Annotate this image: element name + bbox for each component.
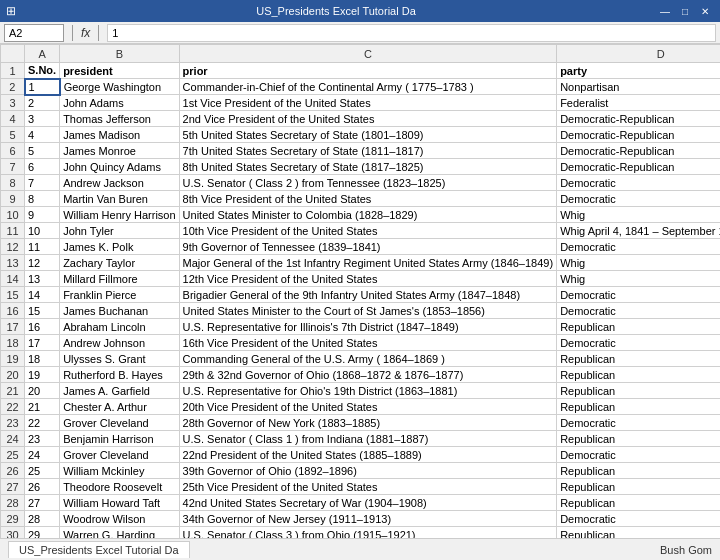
- cell-prior[interactable]: United States Minister to Colombia (1828…: [179, 207, 557, 223]
- cell-party[interactable]: Democratic: [557, 239, 720, 255]
- cell-a[interactable]: 19: [25, 367, 60, 383]
- cell-party[interactable]: Republican: [557, 495, 720, 511]
- cell-president[interactable]: Ulysses S. Grant: [60, 351, 179, 367]
- cell-a[interactable]: 28: [25, 511, 60, 527]
- cell-prior[interactable]: 2nd Vice President of the United States: [179, 111, 557, 127]
- cell-prior[interactable]: Commanding General of the U.S. Army ( 18…: [179, 351, 557, 367]
- cell-party[interactable]: Democratic: [557, 335, 720, 351]
- cell-prior[interactable]: U.S. Senator ( Class 1 ) from Indiana (1…: [179, 431, 557, 447]
- col-header-b[interactable]: B: [60, 45, 179, 63]
- cell-a[interactable]: 18: [25, 351, 60, 367]
- cell-a[interactable]: 1: [25, 79, 60, 95]
- cell-a[interactable]: 24: [25, 447, 60, 463]
- cell-president[interactable]: William Howard Taft: [60, 495, 179, 511]
- cell-president[interactable]: William Henry Harrison: [60, 207, 179, 223]
- cell-a[interactable]: 4: [25, 127, 60, 143]
- cell-president[interactable]: Millard Fillmore: [60, 271, 179, 287]
- cell-party[interactable]: Democratic: [557, 415, 720, 431]
- cell-party[interactable]: Democratic‑Republican: [557, 111, 720, 127]
- header-a[interactable]: S.No.: [25, 63, 60, 79]
- cell-president[interactable]: John Quincy Adams: [60, 159, 179, 175]
- cell-a[interactable]: 9: [25, 207, 60, 223]
- cell-prior[interactable]: 12th Vice President of the United States: [179, 271, 557, 287]
- cell-president[interactable]: Warren G. Harding: [60, 527, 179, 539]
- cell-party[interactable]: Democratic: [557, 447, 720, 463]
- header-d[interactable]: party: [557, 63, 720, 79]
- cell-party[interactable]: Republican: [557, 527, 720, 539]
- cell-party[interactable]: Federalist: [557, 95, 720, 111]
- cell-prior[interactable]: Brigadier General of the 9th Infantry Un…: [179, 287, 557, 303]
- cell-party[interactable]: Democratic: [557, 287, 720, 303]
- cell-prior[interactable]: United States Minister to the Court of S…: [179, 303, 557, 319]
- cell-president[interactable]: Woodrow Wilson: [60, 511, 179, 527]
- cell-a[interactable]: 11: [25, 239, 60, 255]
- cell-prior[interactable]: 39th Governor of Ohio (1892–1896): [179, 463, 557, 479]
- cell-prior[interactable]: 9th Governor of Tennessee (1839–1841): [179, 239, 557, 255]
- cell-prior[interactable]: 16th Vice President of the United States: [179, 335, 557, 351]
- col-header-d[interactable]: D: [557, 45, 720, 63]
- cell-prior[interactable]: 25th Vice President of the United States: [179, 479, 557, 495]
- cell-a[interactable]: 15: [25, 303, 60, 319]
- cell-president[interactable]: John Tyler: [60, 223, 179, 239]
- cell-president[interactable]: James A. Garfield: [60, 383, 179, 399]
- cell-a[interactable]: 10: [25, 223, 60, 239]
- cell-prior[interactable]: 10th Vice President of the United States: [179, 223, 557, 239]
- cell-president[interactable]: Rutherford B. Hayes: [60, 367, 179, 383]
- cell-party[interactable]: Democratic‑Republican: [557, 159, 720, 175]
- cell-president[interactable]: Chester A. Arthur: [60, 399, 179, 415]
- cell-party[interactable]: Republican: [557, 399, 720, 415]
- cell-prior[interactable]: 1st Vice President of the United States: [179, 95, 557, 111]
- cell-prior[interactable]: 42nd United States Secretary of War (190…: [179, 495, 557, 511]
- cell-president[interactable]: George Washington: [60, 79, 179, 95]
- cell-president[interactable]: William Mckinley: [60, 463, 179, 479]
- cell-prior[interactable]: 28th Governor of New York (1883–1885): [179, 415, 557, 431]
- cell-prior[interactable]: U.S. Senator ( Class 3 ) from Ohio (1915…: [179, 527, 557, 539]
- cell-party[interactable]: Whig: [557, 255, 720, 271]
- cell-president[interactable]: Franklin Pierce: [60, 287, 179, 303]
- minimize-button[interactable]: —: [656, 4, 674, 18]
- cell-prior[interactable]: 29th & 32nd Governor of Ohio (1868–1872 …: [179, 367, 557, 383]
- cell-a[interactable]: 27: [25, 495, 60, 511]
- header-c[interactable]: prior: [179, 63, 557, 79]
- cell-party[interactable]: Republican: [557, 463, 720, 479]
- cell-a[interactable]: 8: [25, 191, 60, 207]
- cell-a[interactable]: 12: [25, 255, 60, 271]
- cell-a[interactable]: 14: [25, 287, 60, 303]
- cell-party[interactable]: Whig April 4, 1841 – September 13, 1841: [557, 223, 720, 239]
- cell-a[interactable]: 22: [25, 415, 60, 431]
- cell-party[interactable]: Democratic: [557, 511, 720, 527]
- cell-party[interactable]: Democratic: [557, 303, 720, 319]
- cell-a[interactable]: 3: [25, 111, 60, 127]
- col-header-a[interactable]: A: [25, 45, 60, 63]
- cell-party[interactable]: Democratic‑Republican: [557, 127, 720, 143]
- cell-party[interactable]: Democratic: [557, 175, 720, 191]
- cell-president[interactable]: Martin Van Buren: [60, 191, 179, 207]
- col-header-c[interactable]: C: [179, 45, 557, 63]
- cell-prior[interactable]: 20th Vice President of the United States: [179, 399, 557, 415]
- cell-prior[interactable]: 7th United States Secretary of State (18…: [179, 143, 557, 159]
- close-button[interactable]: ✕: [696, 4, 714, 18]
- cell-prior[interactable]: 5th United States Secretary of State (18…: [179, 127, 557, 143]
- cell-a[interactable]: 5: [25, 143, 60, 159]
- cell-a[interactable]: 7: [25, 175, 60, 191]
- cell-president[interactable]: Andrew Jackson: [60, 175, 179, 191]
- cell-a[interactable]: 16: [25, 319, 60, 335]
- cell-party[interactable]: Republican: [557, 319, 720, 335]
- sheet-tab[interactable]: US_Presidents Excel Tutorial Da: [8, 541, 190, 558]
- cell-prior[interactable]: 34th Governor of New Jersey (1911–1913): [179, 511, 557, 527]
- cell-a[interactable]: 25: [25, 463, 60, 479]
- cell-party[interactable]: Democratic‑Republican: [557, 143, 720, 159]
- maximize-button[interactable]: □: [676, 4, 694, 18]
- cell-prior[interactable]: 22nd President of the United States (188…: [179, 447, 557, 463]
- cell-president[interactable]: James Madison: [60, 127, 179, 143]
- cell-president[interactable]: Benjamin Harrison: [60, 431, 179, 447]
- cell-a[interactable]: 29: [25, 527, 60, 539]
- cell-a[interactable]: 6: [25, 159, 60, 175]
- cell-a[interactable]: 17: [25, 335, 60, 351]
- cell-party[interactable]: Whig: [557, 271, 720, 287]
- cell-prior[interactable]: 8th United States Secretary of State (18…: [179, 159, 557, 175]
- cell-party[interactable]: Republican: [557, 431, 720, 447]
- cell-president[interactable]: Thomas Jefferson: [60, 111, 179, 127]
- cell-prior[interactable]: U.S. Senator ( Class 2 ) from Tennessee …: [179, 175, 557, 191]
- cell-a[interactable]: 2: [25, 95, 60, 111]
